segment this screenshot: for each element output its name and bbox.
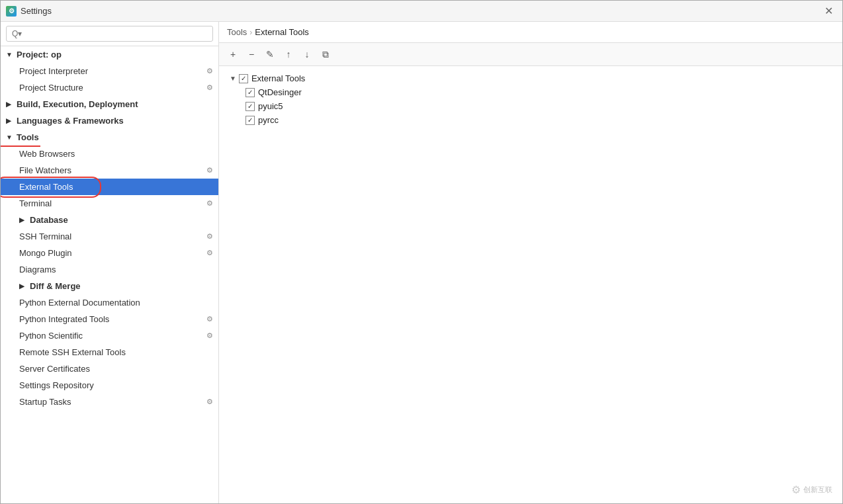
tree-children: ✓ QtDesinger ✓ pyuic5 ✓ pyrcc (227, 85, 834, 127)
remove-button[interactable]: − (243, 46, 260, 63)
sidebar-item-label: Project: op (17, 50, 62, 60)
tree-item-qtdesinger[interactable]: ✓ QtDesinger (243, 85, 834, 99)
close-button[interactable]: ✕ (821, 3, 837, 19)
sidebar-item-mongo-plugin[interactable]: Mongo Plugin ⚙ (1, 245, 218, 261)
chevron-down-icon: ▼ (6, 134, 14, 141)
sidebar-item-label: Diagrams (19, 265, 213, 274)
sidebar-item-database[interactable]: ▶ Database (1, 212, 218, 228)
tree-root-item[interactable]: ▼ ✓ External Tools (227, 71, 834, 85)
copy-button[interactable]: ⧉ (317, 46, 334, 63)
move-up-button[interactable]: ↑ (280, 46, 297, 63)
settings-icon: ⚙ (206, 232, 213, 241)
chevron-right-icon: ▶ (6, 117, 14, 124)
window-title: Settings (21, 6, 52, 16)
search-input[interactable] (6, 26, 213, 42)
title-bar-left: ⚙ Settings (6, 6, 52, 17)
sidebar-item-languages[interactable]: ▶ Languages & Frameworks (1, 112, 218, 129)
sidebar-item-label: Python Integrated Tools (19, 314, 206, 324)
sidebar-item-project-structure[interactable]: Project Structure ⚙ (1, 79, 218, 96)
settings-icon: ⚙ (206, 199, 213, 208)
sidebar: ▼ Project: op Project Interpreter ⚙ Proj… (1, 22, 219, 503)
sidebar-item-label: External Tools (19, 182, 213, 192)
settings-icon: ⚙ (206, 67, 213, 75)
settings-icon: ⚙ (206, 83, 213, 92)
sidebar-item-label: Languages & Frameworks (17, 116, 124, 126)
right-panel: Tools › External Tools + − ✎ ↑ ↓ ⧉ ▼ ✓ E… (219, 22, 842, 503)
sidebar-item-file-watchers[interactable]: File Watchers ⚙ (1, 162, 218, 179)
edit-button[interactable]: ✎ (261, 46, 279, 63)
chevron-right-icon: ▶ (19, 216, 27, 224)
app-icon: ⚙ (6, 6, 17, 17)
sidebar-item-label: SSH Terminal (19, 231, 206, 241)
toolbar: + − ✎ ↑ ↓ ⧉ (219, 43, 842, 66)
sidebar-item-label: Build, Execution, Deployment (17, 99, 138, 109)
tree-panel: ▼ ✓ External Tools ✓ QtDesinger ✓ pyuic5 (219, 66, 842, 503)
sidebar-item-server-certificates[interactable]: Server Certificates (1, 360, 218, 377)
sidebar-item-label: Database (30, 215, 68, 225)
move-down-button[interactable]: ↓ (298, 46, 316, 63)
sidebar-item-python-ext-doc[interactable]: Python External Documentation (1, 294, 218, 311)
sidebar-item-label: Python Scientific (19, 331, 206, 341)
sidebar-item-label: File Watchers (19, 165, 206, 175)
settings-window: ⚙ Settings ✕ ▼ Project: op Project Inter… (0, 0, 843, 504)
settings-icon: ⚙ (206, 166, 213, 175)
sidebar-item-label: Server Certificates (19, 364, 213, 374)
tree-label-qtdesinger: QtDesinger (258, 87, 302, 97)
chevron-right-icon: ▶ (6, 101, 14, 108)
sidebar-item-tools[interactable]: ▼ Tools (1, 129, 218, 146)
tree-item-pyrcc[interactable]: ✓ pyrcc (243, 113, 834, 127)
sidebar-item-label: Remote SSH External Tools (19, 347, 213, 357)
settings-icon: ⚙ (206, 398, 213, 406)
settings-icon: ⚙ (206, 249, 213, 257)
sidebar-item-project-op[interactable]: ▼ Project: op (1, 46, 218, 63)
breadcrumb-current: External Tools (255, 27, 308, 37)
sidebar-item-external-tools[interactable]: External Tools (1, 179, 218, 195)
sidebar-item-label: Startup Tasks (19, 397, 206, 407)
tree-checkbox-pyrcc[interactable]: ✓ (245, 116, 255, 125)
tree-checkbox-qtdesinger[interactable]: ✓ (245, 88, 255, 97)
watermark: ⚙ 创新互联 (791, 483, 832, 496)
sidebar-item-label: Terminal (19, 198, 206, 208)
search-box (1, 22, 218, 46)
sidebar-item-label: Tools (17, 132, 39, 142)
chevron-down-icon: ▼ (6, 51, 14, 58)
breadcrumb-parent: Tools (227, 27, 247, 37)
sidebar-item-label: Python External Documentation (19, 298, 213, 308)
sidebar-item-web-browsers[interactable]: Web Browsers (1, 146, 218, 162)
settings-icon: ⚙ (206, 315, 213, 323)
sidebar-item-startup-tasks[interactable]: Startup Tasks ⚙ (1, 394, 218, 410)
sidebar-item-build-execution[interactable]: ▶ Build, Execution, Deployment (1, 96, 218, 112)
sidebar-scroll: ▼ Project: op Project Interpreter ⚙ Proj… (1, 46, 218, 503)
sidebar-item-diff-merge[interactable]: ▶ Diff & Merge (1, 278, 218, 294)
chevron-right-icon: ▶ (19, 282, 27, 290)
breadcrumb-separator: › (249, 28, 252, 37)
title-bar: ⚙ Settings ✕ (1, 1, 842, 22)
sidebar-item-terminal[interactable]: Terminal ⚙ (1, 195, 218, 212)
tree-item-pyuic5[interactable]: ✓ pyuic5 (243, 99, 834, 113)
sidebar-item-python-scientific[interactable]: Python Scientific ⚙ (1, 327, 218, 344)
sidebar-item-ssh-terminal[interactable]: SSH Terminal ⚙ (1, 228, 218, 245)
tree-root-label: External Tools (251, 73, 305, 83)
settings-icon: ⚙ (206, 331, 213, 340)
tree-checkbox-pyuic5[interactable]: ✓ (245, 102, 255, 111)
sidebar-item-diagrams[interactable]: Diagrams (1, 261, 218, 278)
tree-chevron-down-icon: ▼ (230, 75, 236, 82)
sidebar-item-label: Project Structure (19, 83, 206, 93)
sidebar-item-python-integrated[interactable]: Python Integrated Tools ⚙ (1, 311, 218, 327)
sidebar-item-label: Diff & Merge (30, 281, 81, 291)
tree-label-pyuic5: pyuic5 (258, 101, 283, 111)
sidebar-item-label: Web Browsers (19, 149, 213, 159)
sidebar-item-label: Project Interpreter (19, 66, 206, 76)
sidebar-item-label: Mongo Plugin (19, 248, 206, 258)
sidebar-item-project-interpreter[interactable]: Project Interpreter ⚙ (1, 63, 218, 79)
sidebar-item-label: Settings Repository (19, 380, 213, 390)
breadcrumb: Tools › External Tools (219, 22, 842, 43)
tree-root-checkbox[interactable]: ✓ (239, 74, 248, 83)
add-button[interactable]: + (224, 46, 242, 63)
tree-label-pyrcc: pyrcc (258, 115, 279, 125)
sidebar-item-settings-repository[interactable]: Settings Repository (1, 377, 218, 394)
main-content: ▼ Project: op Project Interpreter ⚙ Proj… (1, 22, 842, 503)
sidebar-item-remote-ssh[interactable]: Remote SSH External Tools (1, 344, 218, 360)
